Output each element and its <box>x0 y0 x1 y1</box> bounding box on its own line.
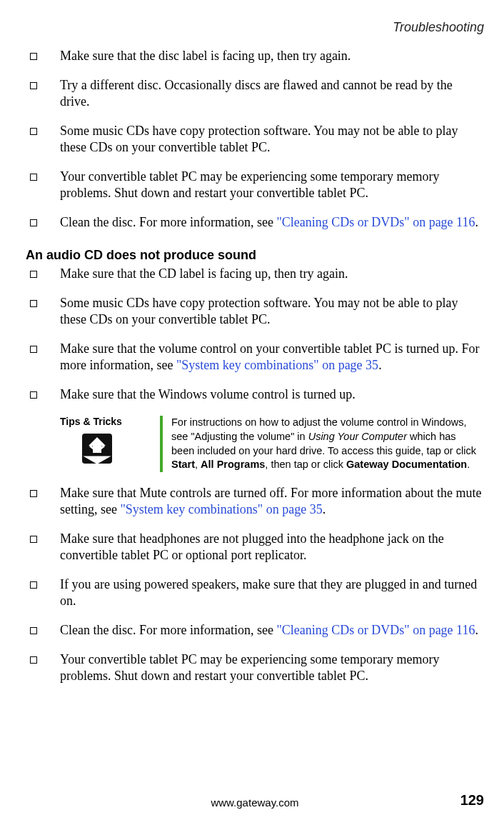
list-item: Make sure that headphones are not plugge… <box>26 531 484 564</box>
list-item: Make sure that the CD label is facing up… <box>26 266 484 282</box>
bullet-list-bottom: Make sure that Mute controls are turned … <box>26 485 484 684</box>
body-text: . <box>378 358 382 372</box>
cross-ref-link[interactable]: "Cleaning CDs or DVDs" on page 116 <box>276 623 475 637</box>
bullet-list-mid: Make sure that the CD label is facing up… <box>26 266 484 403</box>
body-text: If you are using powered speakers, make … <box>60 577 477 608</box>
body-text: . <box>475 623 478 637</box>
body-text: Some music CDs have copy protection soft… <box>60 124 458 154</box>
tip-text: , then tap or click <box>265 459 346 470</box>
tip-bold: All Programs <box>201 459 265 470</box>
body-text: Some music CDs have copy protection soft… <box>60 296 458 326</box>
body-text: Try a different disc. Occasionally discs… <box>60 78 453 109</box>
list-item: Your convertible tablet PC may be experi… <box>26 651 484 684</box>
tip-body: For instructions on how to adjust the vo… <box>171 416 484 471</box>
body-text: Clean the disc. For more information, se… <box>60 623 276 637</box>
section-heading: An audio CD does not produce sound <box>26 248 484 263</box>
list-item: Make sure that the Windows volume contro… <box>26 386 484 403</box>
list-item: Clean the disc. For more information, se… <box>26 214 484 231</box>
tip-bold: Start <box>171 459 195 470</box>
body-text: Make sure that the Windows volume contro… <box>60 387 356 401</box>
body-text: . <box>475 215 478 229</box>
tip-bold: Gateway Documentation <box>346 459 467 470</box>
list-item: Make sure that the disc label is facing … <box>26 48 484 64</box>
list-item: Make sure that Mute controls are turned … <box>26 485 484 518</box>
page-number: 129 <box>460 792 484 809</box>
body-text: Make sure that headphones are not plugge… <box>60 531 444 562</box>
running-header: Troubleshooting <box>26 20 484 35</box>
list-item: Your convertible tablet PC may be experi… <box>26 169 484 201</box>
tip-left-column: Tips & Tricks <box>60 416 160 471</box>
tip-label: Tips & Tricks <box>60 416 153 427</box>
body-text: Your convertible tablet PC may be experi… <box>60 652 440 683</box>
tip-divider <box>160 416 163 471</box>
tip-text: , <box>195 459 201 470</box>
body-text: Clean the disc. For more information, se… <box>60 215 276 229</box>
cross-ref-link[interactable]: "Cleaning CDs or DVDs" on page 116 <box>276 215 475 229</box>
list-item: Try a different disc. Occasionally discs… <box>26 77 484 110</box>
tip-text: . <box>467 459 470 470</box>
list-item: Clean the disc. For more information, se… <box>26 622 484 639</box>
tips-tricks-box: Tips & Tricks For instructions on how to… <box>60 416 484 471</box>
arrow-down-icon <box>80 431 114 466</box>
body-text: Make sure that the disc label is facing … <box>60 49 351 63</box>
page-footer: www.gateway.com 129 <box>26 796 484 809</box>
list-item: Make sure that the volume control on you… <box>26 341 484 374</box>
list-item: If you are using powered speakers, make … <box>26 576 484 609</box>
footer-url: www.gateway.com <box>26 796 484 809</box>
cross-ref-link[interactable]: "System key combinations" on page 35 <box>176 358 378 372</box>
cross-ref-link[interactable]: "System key combinations" on page 35 <box>120 502 322 516</box>
tip-emphasis: Using Your Computer <box>308 431 407 442</box>
page: Troubleshooting Make sure that the disc … <box>0 0 504 830</box>
body-text: Your convertible tablet PC may be experi… <box>60 169 440 200</box>
body-text: . <box>323 502 326 516</box>
list-item: Some music CDs have copy protection soft… <box>26 295 484 328</box>
list-item: Some music CDs have copy protection soft… <box>26 123 484 156</box>
bullet-list-top: Make sure that the disc label is facing … <box>26 48 484 231</box>
body-text: Make sure that the CD label is facing up… <box>60 266 348 281</box>
